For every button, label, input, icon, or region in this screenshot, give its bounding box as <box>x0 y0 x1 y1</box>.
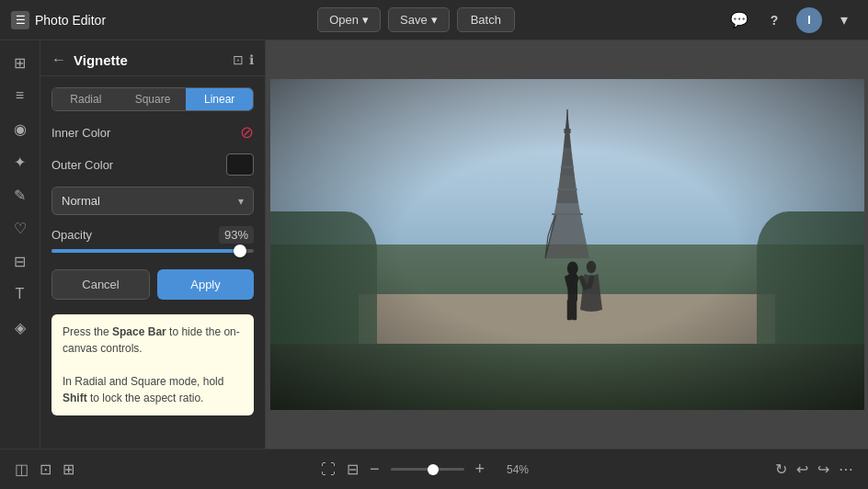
inner-color-label: Inner Color <box>51 126 110 140</box>
toolbar-mask-icon[interactable]: ◈ <box>6 313 35 342</box>
opacity-label: Opacity <box>51 228 92 242</box>
toolbar-text-icon[interactable]: T <box>6 279 35 309</box>
zoom-number: 54 <box>507 463 519 476</box>
blend-mode-select[interactable]: Normal ▾ <box>51 187 254 215</box>
bottom-bar: ◫ ⊡ ⊞ ⛶ ⊟ − + 54% ↻ ↩ ↪ ⋯ <box>0 449 868 489</box>
outer-color-swatch[interactable] <box>226 154 254 176</box>
svg-rect-7 <box>564 129 570 133</box>
open-label: Open <box>329 13 359 27</box>
apply-button[interactable]: Apply <box>157 269 254 300</box>
shape-tabs: Radial Square Linear <box>51 87 254 111</box>
avatar-initial: I <box>807 13 811 27</box>
inner-color-swatch-area: ⊘ <box>240 122 254 142</box>
inner-color-transparent-icon[interactable]: ⊘ <box>240 122 254 142</box>
blend-mode-label: Normal <box>62 194 100 208</box>
save-button[interactable]: Save ▾ <box>388 7 450 32</box>
topbar-right: 💬 ? I ▾ <box>726 7 857 33</box>
help-icon: ? <box>771 13 779 28</box>
more-options-icon[interactable]: ⋯ <box>839 461 853 478</box>
inner-color-row: Inner Color ⊘ <box>51 122 254 142</box>
bb-center: ⛶ ⊟ − + 54% <box>321 460 529 479</box>
open-chevron: ▾ <box>362 13 369 27</box>
bb-left: ◫ ⊡ ⊞ <box>15 461 74 478</box>
zoom-slider-track[interactable] <box>391 468 464 471</box>
shift-key: Shift <box>63 392 87 404</box>
hint-line1: Press the Space Bar to hide the on-canva… <box>63 324 243 357</box>
toolbar-draw-icon[interactable]: ✎ <box>6 180 35 210</box>
fit-icon[interactable]: ⛶ <box>321 461 336 478</box>
opacity-slider-track[interactable] <box>51 249 254 253</box>
bb-right: ↻ ↩ ↪ ⋯ <box>775 461 853 478</box>
dropdown-chevron-icon: ▾ <box>238 195 244 208</box>
avatar[interactable]: I <box>796 7 822 33</box>
back-button[interactable]: ← <box>51 51 66 68</box>
canvas-area <box>266 40 868 449</box>
bookmark-icon[interactable]: ⊡ <box>233 52 244 67</box>
crop-resize-icon[interactable]: ⊟ <box>347 461 359 478</box>
tab-square[interactable]: Square <box>120 88 187 110</box>
outer-color-label: Outer Color <box>51 158 113 172</box>
chat-icon: 💬 <box>730 11 748 28</box>
opacity-value: 93% <box>219 226 254 244</box>
hint-line2-post: to lock the aspect ratio. <box>87 392 204 404</box>
toolbar-filter-icon[interactable]: ⊟ <box>6 246 35 276</box>
save-chevron: ▾ <box>431 13 438 27</box>
action-buttons: Cancel Apply <box>51 269 254 300</box>
topbar-center: Open ▾ Save ▾ Batch <box>113 7 719 32</box>
history-icon[interactable]: ⊡ <box>40 461 51 478</box>
redo-icon[interactable]: ↪ <box>817 461 829 478</box>
svg-rect-14 <box>572 300 577 321</box>
spacebar-key: Space Bar <box>112 325 166 338</box>
layers-icon[interactable]: ◫ <box>15 461 29 478</box>
info-icon[interactable]: ℹ <box>249 52 254 67</box>
hint-line1-pre: Press the <box>63 325 112 338</box>
batch-label: Batch <box>471 13 501 27</box>
svg-rect-13 <box>566 300 571 321</box>
refresh-icon[interactable]: ↻ <box>775 461 787 478</box>
undo-icon[interactable]: ↩ <box>796 461 808 478</box>
trees-left <box>270 211 377 344</box>
hint-box: Press the Space Bar to hide the on-canva… <box>51 314 254 415</box>
toolbar-crop-icon[interactable]: ◉ <box>6 114 35 143</box>
tab-linear[interactable]: Linear <box>186 88 253 110</box>
zoom-value: 54% <box>496 463 529 476</box>
zoom-out-icon[interactable]: − <box>370 460 380 479</box>
chat-button[interactable]: 💬 <box>726 7 752 33</box>
toolbar-home-icon[interactable]: ⊞ <box>6 48 35 77</box>
zoom-unit: % <box>519 463 529 476</box>
opacity-header: Opacity 93% <box>51 226 254 244</box>
grid-icon[interactable]: ⊞ <box>63 461 74 478</box>
opacity-slider-thumb[interactable] <box>234 244 246 257</box>
vignette-panel: ← Vignette ⊡ ℹ Radial Square Linear Inne… <box>40 40 266 449</box>
toolbar-heal-icon[interactable]: ♡ <box>6 213 35 243</box>
topbar: ☰ Photo Editor Open ▾ Save ▾ Batch 💬 ? I… <box>0 0 868 40</box>
zoom-in-icon[interactable]: + <box>475 460 485 479</box>
blend-mode-dropdown: Normal ▾ <box>51 187 254 215</box>
main-area: ⊞ ≡ ◉ ✦ ✎ ♡ ⊟ T ◈ ← Vignette ⊡ ℹ Radial … <box>0 40 868 449</box>
logo-icon: ☰ <box>11 11 29 29</box>
more-button[interactable]: ▾ <box>831 7 857 33</box>
panel-header-icons: ⊡ ℹ <box>233 52 254 67</box>
help-button[interactable]: ? <box>761 7 787 33</box>
toolbar-adjust-icon[interactable]: ✦ <box>6 147 35 176</box>
panel-body: Radial Square Linear Inner Color ⊘ Outer… <box>40 76 265 449</box>
trees-right <box>757 211 863 344</box>
svg-point-15 <box>586 261 596 274</box>
batch-button[interactable]: Batch <box>457 7 515 32</box>
chevron-down-icon: ▾ <box>840 11 848 28</box>
open-button[interactable]: Open ▾ <box>317 7 381 32</box>
opacity-section: Opacity 93% <box>51 226 254 258</box>
couple-silhouette <box>555 255 611 337</box>
hint-line2-pre: In Radial and Square mode, hold <box>63 375 223 388</box>
tab-radial[interactable]: Radial <box>52 88 120 110</box>
panel-title: Vignette <box>74 52 225 68</box>
toolbar-layers-icon[interactable]: ≡ <box>6 81 35 110</box>
cancel-button[interactable]: Cancel <box>51 269 150 300</box>
zoom-slider-thumb[interactable] <box>428 464 439 475</box>
canvas-image <box>270 79 864 410</box>
panel-header: ← Vignette ⊡ ℹ <box>40 40 265 76</box>
outer-color-row: Outer Color <box>51 154 254 176</box>
outer-color-swatch-area <box>226 154 254 176</box>
svg-point-9 <box>566 261 577 275</box>
hint-line2: In Radial and Square mode, hold Shift to… <box>63 373 243 406</box>
